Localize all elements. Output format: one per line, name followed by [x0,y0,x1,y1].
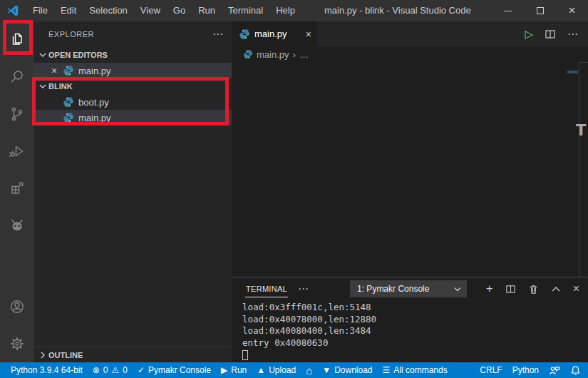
status-problems[interactable]: ⊗ 0 ⚠ 0 [88,362,133,378]
pymakr-icon[interactable] [0,207,34,244]
menu-file[interactable]: File [26,0,54,21]
explorer-more-actions-icon[interactable]: ⋯ [212,28,223,41]
sidebar-title: EXPLORER [48,30,94,39]
chevron-down-icon [37,83,48,89]
open-editor-file-label: main.py [78,66,111,76]
sidebar-header: EXPLORER ⋯ [34,21,232,47]
menu-view[interactable]: View [134,0,167,21]
maximize-button[interactable] [524,0,556,21]
folder-blink-label: BLINK [48,82,73,91]
download-label: Download [334,365,372,375]
close-window-button[interactable]: × [556,0,588,21]
source-control-icon[interactable] [0,96,34,133]
status-pymakr-console[interactable]: ✓ Pymakr Console [133,362,216,378]
status-feedback[interactable] [544,362,565,378]
status-upload[interactable]: ▲ Upload [252,362,301,378]
open-editors-label: OPEN EDITORS [48,51,108,59]
menu-run[interactable]: Run [192,0,222,21]
status-eol[interactable]: CRLF [475,362,507,378]
terminal-panel-header: TERMINAL ⋯ 1: Pymakr Console + [232,277,588,300]
run-python-file-icon[interactable]: ▷ [525,28,533,41]
minimap-top-border [579,62,588,63]
outline-label: OUTLINE [48,351,83,359]
outline-section[interactable]: OUTLINE [34,347,232,362]
error-count: 0 [103,365,108,375]
status-notifications[interactable] [565,362,588,378]
status-python-version[interactable]: Python 3.9.4 64-bit [6,362,88,378]
search-icon[interactable] [0,58,34,96]
check-icon: ✓ [138,365,145,375]
pymakr-console-label: Pymakr Console [148,365,211,375]
menu-go[interactable]: Go [167,0,192,21]
terminal-select-dropdown[interactable]: 1: Pymakr Console [350,280,467,297]
breadcrumb-file[interactable]: main.py [257,49,289,60]
breadcrumb[interactable]: main.py › … [232,46,588,62]
new-terminal-icon[interactable]: + [486,282,493,296]
status-bar-right: CRLF Python [475,362,588,378]
status-download[interactable]: ▼ Download [317,362,377,378]
file-boot-py[interactable]: boot.py [34,94,232,110]
terminal-line: load:0x3fff001c,len:5148 [242,302,588,314]
all-commands-label: All commands [393,365,447,375]
title-bar: File Edit Selection View Go Run Terminal… [0,0,588,21]
maximize-icon [537,7,544,14]
home-icon: ⌂ [306,364,312,377]
python-file-icon [63,112,74,123]
terminal-line: entry 0x40080630 [242,337,588,349]
close-editor-icon[interactable]: × [48,65,60,76]
chevron-down-icon [454,287,461,292]
terminal-output[interactable]: load:0x3fff001c,len:5148 load:0x40078000… [232,300,588,360]
menu-terminal[interactable]: Terminal [222,0,269,21]
status-home[interactable]: ⌂ [301,362,317,378]
account-icon[interactable] [0,288,34,325]
kill-terminal-trash-icon[interactable] [528,284,539,295]
menu-selection[interactable]: Selection [83,0,133,21]
terminal-cursor [242,350,248,360]
explorer-icon[interactable] [0,21,34,58]
editor-pane[interactable]: T [232,62,588,277]
tab-close-icon[interactable]: × [306,29,311,40]
file-main-py-label: main.py [78,113,111,123]
breadcrumb-separator-icon: › [293,49,296,60]
status-run[interactable]: ▶ Run [216,362,252,378]
terminal-actions: + × [486,282,579,296]
open-editor-main-py[interactable]: × main.py [34,63,232,78]
tab-main-py[interactable]: main.py × [232,21,317,46]
split-terminal-icon[interactable] [505,284,516,295]
minimap-border [579,62,579,277]
menu-edit[interactable]: Edit [54,0,83,21]
python-file-icon [239,29,250,40]
warning-count: 0 [123,365,128,375]
chevron-right-icon [37,352,48,359]
terminal-select-value: 1: Pymakr Console [357,284,429,294]
open-editors-section[interactable]: OPEN EDITORS [34,47,232,63]
extensions-icon[interactable] [0,170,34,207]
language-label: Python [512,365,539,375]
settings-gear-icon[interactable] [0,325,34,362]
eol-label: CRLF [480,365,502,375]
download-triangle-icon: ▼ [322,365,331,375]
folder-blink-section[interactable]: BLINK [34,78,232,94]
panel-more-actions-icon[interactable]: ⋯ [298,282,309,295]
breadcrumb-symbol[interactable]: … [299,49,309,60]
minimize-button[interactable] [492,0,524,21]
run-debug-icon[interactable] [0,133,34,170]
file-main-py[interactable]: main.py [34,110,232,126]
editor-more-actions-icon[interactable]: ⋯ [567,28,578,41]
terminal-line: load:0x40080400,len:3484 [242,325,588,337]
upload-label: Upload [269,365,296,375]
status-language[interactable]: Python [507,362,544,378]
minimize-icon [504,11,512,11]
menu-help[interactable]: Help [269,0,301,21]
python-file-icon [63,65,74,76]
split-editor-icon[interactable] [545,29,556,40]
error-icon: ⊗ [93,365,100,375]
tab-terminal[interactable]: TERMINAL [245,280,288,297]
window-title: main.py - blink - Visual Studio Code [324,0,471,21]
python-file-icon [63,96,74,108]
minimap-slider[interactable] [567,71,578,73]
editor-tab-bar: main.py × ▷ ⋯ [232,21,588,46]
close-panel-icon[interactable]: × [573,282,579,295]
maximize-panel-chevron-up-icon[interactable] [551,285,561,292]
status-all-commands[interactable]: ☰ All commands [378,362,453,378]
